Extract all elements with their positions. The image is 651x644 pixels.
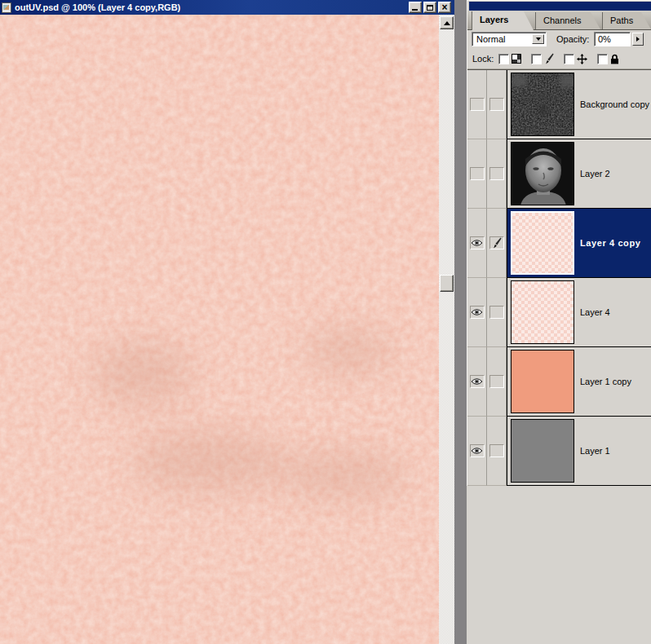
document-icon xyxy=(2,2,11,13)
maximize-icon xyxy=(427,5,433,11)
visibility-well xyxy=(470,98,485,111)
thumbnail-frame xyxy=(509,71,576,138)
layer-thumbnail[interactable] xyxy=(511,350,574,413)
blend-mode-select[interactable]: Normal xyxy=(472,32,547,46)
close-button[interactable]: × xyxy=(438,2,451,13)
chevron-down-icon xyxy=(536,37,541,41)
link-edit-cell[interactable] xyxy=(487,347,507,417)
scrollbar-thumb[interactable] xyxy=(440,275,454,292)
lock-all-checkbox[interactable] xyxy=(597,54,608,64)
layer-main[interactable]: Layer 1 xyxy=(507,417,651,486)
thumbnail-frame xyxy=(509,417,576,484)
thumbnail-frame xyxy=(509,348,576,415)
edit-well xyxy=(489,444,504,457)
layer-thumbnail[interactable] xyxy=(511,419,574,483)
layer-row[interactable]: Background copy xyxy=(467,70,651,139)
layer-row[interactable]: Layer 1 xyxy=(467,417,651,486)
layer-thumbnail[interactable] xyxy=(511,280,574,344)
paintbrush-icon xyxy=(544,53,554,64)
opacity-slider-button[interactable] xyxy=(632,33,644,46)
layers-palette: Layers Channels Paths Normal Opacity: 0%… xyxy=(467,0,651,486)
document-window: outUV.psd @ 100% (Layer 4 copy,RGB) × xyxy=(0,0,454,644)
blend-dropdown-button[interactable] xyxy=(532,34,544,44)
thumbnail-frame xyxy=(509,279,576,346)
document-titlebar[interactable]: outUV.psd @ 100% (Layer 4 copy,RGB) × xyxy=(0,0,454,15)
visibility-well xyxy=(470,167,485,180)
link-edit-cell[interactable] xyxy=(487,139,507,209)
canvas[interactable] xyxy=(0,15,439,644)
visibility-well xyxy=(470,375,485,388)
visibility-toggle[interactable] xyxy=(467,417,487,486)
visibility-toggle[interactable] xyxy=(467,347,487,417)
layer-name: Layer 1 xyxy=(580,446,610,456)
workspace-gap xyxy=(454,0,467,644)
vertical-scrollbar[interactable] xyxy=(439,15,454,644)
blend-opacity-row: Normal Opacity: 0% xyxy=(467,30,651,49)
layer-main[interactable]: Layer 4 copy xyxy=(507,209,651,278)
link-edit-cell[interactable] xyxy=(487,278,507,347)
layer-thumbnail[interactable] xyxy=(511,73,574,136)
lock-transparency-checkbox[interactable] xyxy=(498,54,509,64)
layer-main[interactable]: Layer 1 copy xyxy=(507,347,651,417)
visibility-toggle[interactable] xyxy=(467,139,487,209)
eye-icon xyxy=(471,377,483,386)
link-edit-cell[interactable] xyxy=(487,209,507,278)
layer-row[interactable]: Layer 4 xyxy=(467,278,651,347)
layer-thumbnail[interactable] xyxy=(511,142,574,205)
visibility-well xyxy=(470,444,485,457)
layer-main[interactable]: Background copy xyxy=(507,70,651,139)
maximize-button[interactable] xyxy=(423,2,436,13)
edit-well xyxy=(489,306,504,319)
canvas-image xyxy=(0,15,439,644)
visibility-toggle[interactable] xyxy=(467,209,487,278)
edit-well xyxy=(489,98,504,111)
layer-name: Layer 4 copy xyxy=(580,238,640,248)
minimize-button[interactable] xyxy=(409,2,422,13)
move-icon xyxy=(577,54,587,64)
eye-icon xyxy=(471,447,483,455)
thumbnail-frame xyxy=(509,210,576,276)
visibility-well xyxy=(470,236,485,249)
palette-titlebar[interactable] xyxy=(469,2,651,11)
layer-list: Background copyLayer 2Layer 4 copyLayer … xyxy=(467,69,651,486)
layer-row[interactable]: Layer 2 xyxy=(467,139,651,209)
tab-layers[interactable]: Layers xyxy=(472,11,534,30)
eye-icon xyxy=(471,308,483,316)
lock-image-checkbox[interactable] xyxy=(531,54,542,64)
padlock-icon xyxy=(610,54,619,64)
visibility-toggle[interactable] xyxy=(467,70,487,139)
tab-paths[interactable]: Paths xyxy=(602,12,651,29)
workspace-background xyxy=(467,486,651,644)
opacity-input[interactable]: 0% xyxy=(594,32,631,46)
lock-row: Lock: xyxy=(467,49,651,69)
layer-name: Layer 4 xyxy=(580,307,610,317)
layer-row[interactable]: Layer 1 copy xyxy=(467,347,651,417)
arrow-right-icon xyxy=(636,37,640,42)
layer-name: Background copy xyxy=(580,99,649,109)
edit-well xyxy=(489,375,504,388)
eye-icon xyxy=(471,239,483,247)
link-edit-cell[interactable] xyxy=(487,417,507,486)
paintbrush-icon xyxy=(492,237,502,249)
scroll-up-button[interactable] xyxy=(440,16,454,29)
link-edit-cell[interactable] xyxy=(487,70,507,139)
minimize-icon xyxy=(412,9,418,11)
arrow-up-icon xyxy=(444,21,450,25)
edit-well xyxy=(489,236,504,249)
layer-name: Layer 1 copy xyxy=(580,377,631,386)
opacity-label: Opacity: xyxy=(556,34,589,44)
transparency-checker-icon xyxy=(512,54,521,64)
lock-position-checkbox[interactable] xyxy=(564,54,574,64)
layer-thumbnail[interactable] xyxy=(511,211,574,275)
tab-channels[interactable]: Channels xyxy=(535,12,600,29)
layer-row[interactable]: Layer 4 copy xyxy=(467,209,651,278)
window-title: outUV.psd @ 100% (Layer 4 copy,RGB) xyxy=(15,2,180,12)
edit-well xyxy=(489,167,504,180)
visibility-toggle[interactable] xyxy=(467,278,487,347)
layer-main[interactable]: Layer 4 xyxy=(507,278,651,347)
layer-name: Layer 2 xyxy=(580,169,610,179)
visibility-well xyxy=(470,306,485,319)
opacity-value: 0% xyxy=(598,34,611,44)
layer-main[interactable]: Layer 2 xyxy=(507,139,651,209)
thumbnail-frame xyxy=(509,140,576,207)
